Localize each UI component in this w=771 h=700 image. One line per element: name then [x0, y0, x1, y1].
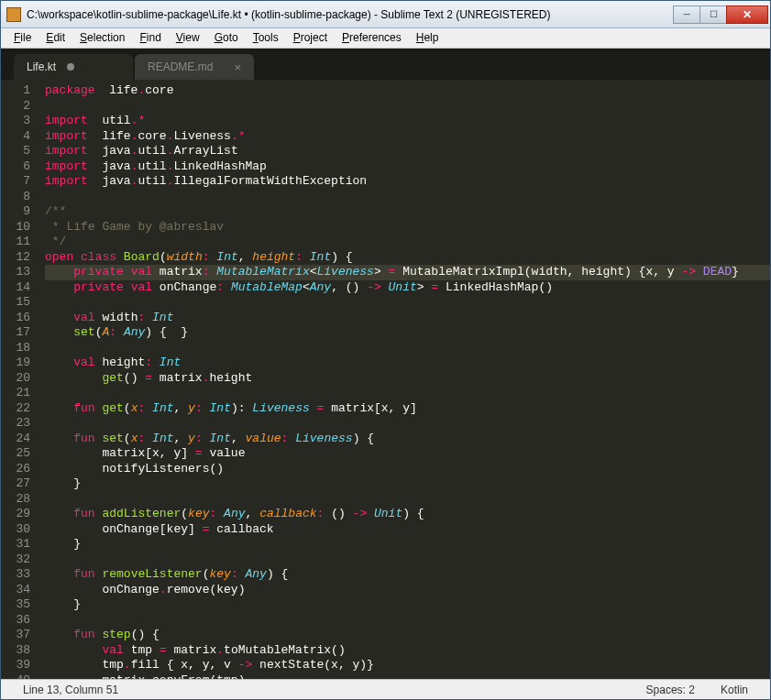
titlebar[interactable]: C:\workspace\kotlin-sublime-package\Life… — [1, 1, 770, 28]
line-number: 21 — [1, 386, 30, 401]
status-syntax[interactable]: Kotlin — [708, 684, 761, 696]
code-line[interactable]: tmp.fill { x, y, v -> nextState(x, y)} — [45, 658, 770, 673]
line-number: 2 — [1, 99, 30, 115]
code-line[interactable] — [45, 386, 770, 401]
menu-tools[interactable]: Tools — [246, 28, 286, 48]
line-number: 1 — [1, 83, 30, 99]
line-number: 16 — [1, 311, 30, 326]
code-line[interactable]: private val onChange: MutableMap<Any, ()… — [45, 280, 770, 296]
code-line[interactable]: get() = matrix.height — [45, 371, 770, 387]
maximize-button[interactable]: ☐ — [699, 5, 727, 24]
tab-readme-md[interactable]: README.md× — [135, 54, 254, 80]
tab-life-kt[interactable]: Life.kt — [14, 54, 133, 80]
code-line[interactable]: fun removeListener(key: Any) { — [45, 567, 770, 583]
line-number: 17 — [1, 325, 30, 341]
close-button[interactable]: ✕ — [726, 5, 768, 24]
app-icon — [6, 7, 21, 22]
menu-edit[interactable]: Edit — [39, 28, 72, 48]
dirty-dot-icon — [67, 63, 74, 71]
line-number: 12 — [1, 250, 30, 266]
tab-close-icon[interactable]: × — [234, 60, 241, 74]
code-area[interactable]: 1234567891011121314151617181920212223242… — [1, 80, 770, 679]
code-line[interactable]: } — [45, 597, 770, 613]
code-line[interactable]: import java.util.ArrayList — [45, 144, 770, 159]
code-line[interactable]: import java.util.IllegalFormatWidthExcep… — [45, 174, 770, 190]
minimize-button[interactable]: ─ — [673, 5, 700, 24]
code-line[interactable]: /** — [45, 204, 770, 220]
line-number: 4 — [1, 129, 30, 145]
window-controls: ─ ☐ ✕ — [674, 5, 768, 24]
menu-file[interactable]: File — [6, 28, 39, 48]
line-number: 34 — [1, 583, 30, 598]
code-line[interactable] — [45, 552, 770, 568]
code-line[interactable]: import util.* — [45, 114, 770, 129]
menu-preferences[interactable]: Preferences — [335, 28, 409, 48]
code-line[interactable] — [45, 492, 770, 508]
line-number: 26 — [1, 462, 30, 477]
line-number: 35 — [1, 597, 30, 613]
code-line[interactable]: val tmp = matrix.toMutableMatrix() — [45, 643, 770, 659]
code-line[interactable]: val width: Int — [45, 311, 770, 326]
window-frame: C:\workspace\kotlin-sublime-package\Life… — [0, 0, 771, 700]
code-line[interactable]: fun addListener(key: Any, callback: () -… — [45, 507, 770, 522]
code-line[interactable]: import java.util.LinkedHashMap — [45, 159, 770, 175]
line-number: 6 — [1, 159, 30, 175]
menu-help[interactable]: Help — [409, 28, 446, 48]
menu-view[interactable]: View — [169, 28, 207, 48]
line-number: 33 — [1, 567, 30, 583]
line-number: 20 — [1, 371, 30, 387]
line-number: 3 — [1, 114, 30, 129]
code-content[interactable]: package life.core import util.*import li… — [38, 80, 770, 679]
code-line[interactable]: import life.core.Liveness.* — [45, 129, 770, 145]
status-indent[interactable]: Spaces: 2 — [633, 684, 708, 696]
code-line[interactable]: onChange.remove(key) — [45, 583, 770, 598]
code-line[interactable] — [45, 190, 770, 205]
code-line[interactable] — [45, 416, 770, 432]
code-line[interactable]: matrix[x, y] = value — [45, 446, 770, 462]
line-number: 13 — [1, 265, 30, 280]
code-line[interactable]: onChange[key] = callback — [45, 522, 770, 538]
code-line[interactable]: fun step() { — [45, 628, 770, 643]
tab-label: Life.kt — [27, 60, 56, 73]
line-number-gutter: 1234567891011121314151617181920212223242… — [1, 80, 38, 679]
statusbar: Line 13, Column 51 Spaces: 2 Kotlin — [1, 679, 770, 699]
line-number: 15 — [1, 295, 30, 311]
line-number: 28 — [1, 492, 30, 508]
line-number: 38 — [1, 643, 30, 659]
line-number: 22 — [1, 401, 30, 417]
menu-goto[interactable]: Goto — [207, 28, 246, 48]
code-line[interactable]: fun get(x: Int, y: Int): Liveness = matr… — [45, 401, 770, 417]
code-line[interactable]: } — [45, 476, 770, 492]
tab-label: README.md — [148, 60, 213, 73]
line-number: 36 — [1, 613, 30, 629]
line-number: 30 — [1, 522, 30, 538]
code-line[interactable]: set(A: Any) { } — [45, 325, 770, 341]
line-number: 27 — [1, 476, 30, 492]
menu-selection[interactable]: Selection — [72, 28, 132, 48]
code-line[interactable]: notifyListeners() — [45, 462, 770, 477]
code-line[interactable]: fun set(x: Int, y: Int, value: Liveness)… — [45, 432, 770, 447]
line-number: 11 — [1, 235, 30, 250]
code-line[interactable]: } — [45, 537, 770, 552]
code-line[interactable]: * Life Game by @abreslav — [45, 220, 770, 235]
code-line[interactable] — [45, 341, 770, 356]
code-line[interactable] — [45, 613, 770, 629]
line-number: 7 — [1, 174, 30, 190]
code-line[interactable]: */ — [45, 235, 770, 250]
code-line[interactable]: package life.core — [45, 83, 770, 99]
line-number: 32 — [1, 552, 30, 568]
code-line[interactable]: val height: Int — [45, 355, 770, 371]
code-line[interactable] — [45, 99, 770, 115]
line-number: 18 — [1, 341, 30, 356]
tabbar: Life.ktREADME.md× — [1, 49, 770, 80]
line-number: 25 — [1, 446, 30, 462]
menu-project[interactable]: Project — [286, 28, 335, 48]
code-line[interactable]: open class Board(width: Int, height: Int… — [45, 250, 770, 266]
code-line[interactable]: private val matrix: MutableMatrix<Livene… — [45, 265, 770, 280]
code-line[interactable] — [45, 295, 770, 311]
status-position[interactable]: Line 13, Column 51 — [10, 684, 131, 696]
line-number: 29 — [1, 507, 30, 522]
menu-find[interactable]: Find — [132, 28, 168, 48]
line-number: 8 — [1, 190, 30, 205]
line-number: 24 — [1, 432, 30, 447]
